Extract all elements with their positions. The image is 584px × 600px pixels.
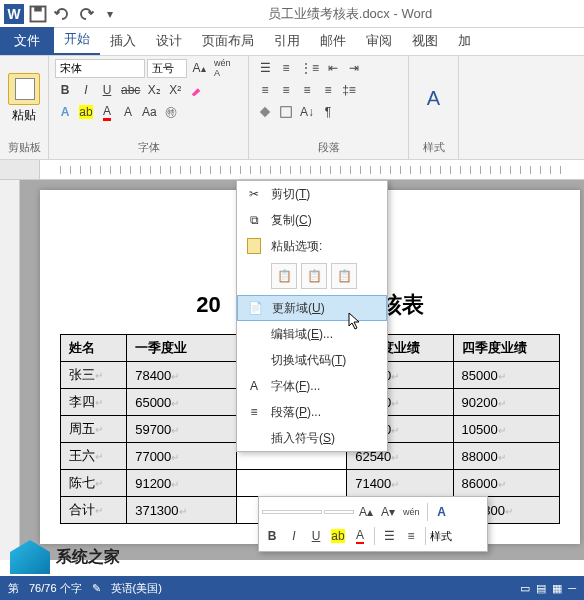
table-cell[interactable]: 88000 [453, 443, 559, 470]
mini-font-select[interactable] [262, 510, 322, 514]
table-cell[interactable]: 65000 [127, 389, 237, 416]
cm-toggle-field[interactable]: 切换域代码(T) [237, 347, 387, 373]
cm-cut[interactable]: ✂ 剪切(T) [237, 181, 387, 207]
tab-design[interactable]: 设计 [146, 27, 192, 55]
table-cell[interactable]: 85000 [453, 362, 559, 389]
italic-button[interactable]: I [76, 80, 96, 100]
table-cell[interactable]: 59700 [127, 416, 237, 443]
sb-proofing-icon[interactable]: ✎ [92, 582, 101, 595]
char-shading-icon[interactable]: A [118, 102, 138, 122]
sb-print-layout-icon[interactable]: ▤ [536, 582, 546, 595]
text-effects-icon[interactable]: A [55, 102, 75, 122]
sb-web-layout-icon[interactable]: ▦ [552, 582, 562, 595]
mini-font-color-icon[interactable]: A [350, 526, 370, 546]
mini-shrink-icon[interactable]: A▾ [378, 502, 398, 522]
mini-underline[interactable]: U [306, 526, 326, 546]
table-header[interactable]: 姓名 [61, 335, 127, 362]
align-left-icon[interactable]: ≡ [255, 80, 275, 100]
tab-insert[interactable]: 插入 [100, 27, 146, 55]
mini-format-painter-icon[interactable]: A [432, 502, 452, 522]
tab-addins[interactable]: 加 [448, 27, 481, 55]
table-cell[interactable]: 10500 [453, 416, 559, 443]
table-cell[interactable]: 王六 [61, 443, 127, 470]
ruler-track[interactable] [40, 160, 584, 179]
align-right-icon[interactable]: ≡ [297, 80, 317, 100]
underline-button[interactable]: U [97, 80, 117, 100]
tab-home[interactable]: 开始 [54, 25, 100, 55]
align-center-icon[interactable]: ≡ [276, 80, 296, 100]
table-cell[interactable]: 77000 [127, 443, 237, 470]
sb-read-mode-icon[interactable]: ▭ [520, 582, 530, 595]
table-header[interactable]: 四季度业绩 [453, 335, 559, 362]
tab-references[interactable]: 引用 [264, 27, 310, 55]
qat-dropdown-icon[interactable]: ▾ [100, 4, 120, 24]
mini-bullets-icon[interactable]: ☰ [379, 526, 399, 546]
table-header[interactable]: 一季度业 [127, 335, 237, 362]
styles-gallery-icon[interactable]: A [424, 88, 444, 108]
clear-format-icon[interactable] [186, 80, 206, 100]
font-color-icon[interactable]: A [97, 102, 117, 122]
decrease-indent-icon[interactable]: ⇤ [323, 58, 343, 78]
shading-icon[interactable] [255, 102, 275, 122]
sb-zoom-out-icon[interactable]: ─ [568, 582, 576, 595]
paste-button[interactable]: 粘贴 [6, 71, 42, 126]
mini-phonetic-icon[interactable]: wén [400, 502, 423, 522]
sb-words[interactable]: 76/76 个字 [29, 581, 82, 596]
change-case-icon[interactable]: Aa [139, 102, 160, 122]
table-cell[interactable]: 90200 [453, 389, 559, 416]
highlight-icon[interactable]: ab [76, 102, 96, 122]
font-family-select[interactable]: 宋体 [55, 59, 145, 78]
bold-button[interactable]: B [55, 80, 75, 100]
vertical-ruler[interactable] [0, 180, 20, 560]
borders-icon[interactable] [276, 102, 296, 122]
sort-icon[interactable]: A↓ [297, 102, 317, 122]
table-cell[interactable]: 周五 [61, 416, 127, 443]
save-icon[interactable] [28, 4, 48, 24]
table-cell[interactable]: 78400 [127, 362, 237, 389]
table-cell[interactable]: 371300 [127, 497, 237, 524]
paste-text-icon[interactable]: 📋 [331, 263, 357, 289]
superscript-button[interactable]: X² [165, 80, 185, 100]
paste-keep-source-icon[interactable]: 📋 [271, 263, 297, 289]
table-cell[interactable]: 张三 [61, 362, 127, 389]
cm-update-field[interactable]: 📄 更新域(U) [237, 295, 387, 321]
table-cell[interactable]: 71400 [347, 470, 453, 497]
strike-button[interactable]: abc [118, 80, 143, 100]
multilevel-icon[interactable]: ⋮≡ [297, 58, 322, 78]
justify-icon[interactable]: ≡ [318, 80, 338, 100]
tab-file[interactable]: 文件 [0, 27, 54, 55]
mini-grow-icon[interactable]: A▴ [356, 502, 376, 522]
mini-size-select[interactable] [324, 510, 354, 514]
cm-font[interactable]: A 字体(F)... [237, 373, 387, 399]
mini-bold[interactable]: B [262, 526, 282, 546]
paste-merge-icon[interactable]: 📋 [301, 263, 327, 289]
mini-numbering-icon[interactable]: ≡ [401, 526, 421, 546]
tab-review[interactable]: 审阅 [356, 27, 402, 55]
font-size-select[interactable]: 五号 [147, 59, 187, 78]
cm-insert-symbol[interactable]: 插入符号(S) [237, 425, 387, 451]
numbering-icon[interactable]: ≡ [276, 58, 296, 78]
sb-language[interactable]: 英语(美国) [111, 581, 162, 596]
tab-layout[interactable]: 页面布局 [192, 27, 264, 55]
tab-mailings[interactable]: 邮件 [310, 27, 356, 55]
increase-indent-icon[interactable]: ⇥ [344, 58, 364, 78]
enclose-char-icon[interactable]: ㊕ [161, 102, 181, 122]
tab-view[interactable]: 视图 [402, 27, 448, 55]
table-cell[interactable]: 陈七 [61, 470, 127, 497]
phonetic-guide-icon[interactable]: wénA [211, 58, 234, 78]
bullets-icon[interactable]: ☰ [255, 58, 275, 78]
grow-font-icon[interactable]: A▴ [189, 58, 209, 78]
word-app-icon[interactable]: W [4, 4, 24, 24]
redo-icon[interactable] [76, 4, 96, 24]
mini-italic[interactable]: I [284, 526, 304, 546]
mini-highlight-icon[interactable]: ab [328, 526, 348, 546]
sb-page[interactable]: 第 [8, 581, 19, 596]
horizontal-ruler[interactable] [0, 160, 584, 180]
table-cell[interactable]: 李四 [61, 389, 127, 416]
mini-styles-label[interactable]: 样式 [430, 529, 452, 544]
line-spacing-icon[interactable]: ‡≡ [339, 80, 359, 100]
table-cell[interactable]: 合计 [61, 497, 127, 524]
undo-icon[interactable] [52, 4, 72, 24]
table-cell[interactable]: 91200 [127, 470, 237, 497]
cm-edit-field[interactable]: 编辑域(E)... [237, 321, 387, 347]
